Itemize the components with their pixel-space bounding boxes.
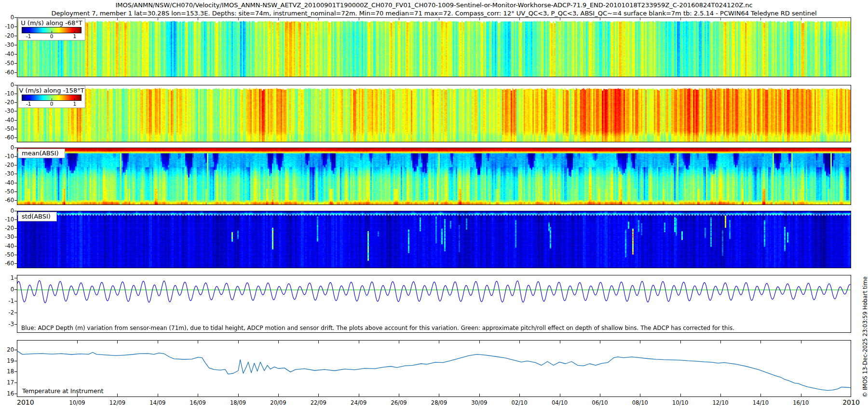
colorbar-tick: -1 xyxy=(26,33,31,39)
v-velocity-heatmap xyxy=(17,85,851,142)
v-colorbar-legend: V (m/s) along -158°T -1 0 1 xyxy=(18,86,85,108)
temperature-lineplot xyxy=(17,341,851,396)
figure-subtitle-deployment: Deployment 7, member 1 lat=30.28S lon=15… xyxy=(0,10,868,17)
colorbar-tick: 1 xyxy=(73,33,76,39)
adcp-multipanel-figure: IMOS/ANMN/NSW/CH070/Velocity/IMOS_ANMN-N… xyxy=(0,0,868,410)
figure-title-filename: IMOS/ANMN/NSW/CH070/Velocity/IMOS_ANMN-N… xyxy=(0,1,868,9)
v-colorbar-ticks: -1 0 1 xyxy=(22,101,81,107)
v-legend-title: V (m/s) along -158°T xyxy=(18,86,85,94)
panel-std-absi: std(ABSI) xyxy=(17,211,851,268)
temperature-label: Temperature at Instrument xyxy=(22,387,103,395)
panel-v-velocity: V (m/s) along -158°T -1 0 1 xyxy=(17,85,851,142)
u-colorbar-legend: U (m/s) along -68°T -1 0 1 xyxy=(18,18,85,41)
u-legend-title: U (m/s) along -68°T xyxy=(18,19,85,27)
panel-temperature: Temperature at Instrument xyxy=(17,340,851,397)
std-absi-label: std(ABSI) xyxy=(18,212,57,221)
mean-absi-heatmap xyxy=(17,148,851,205)
colorbar-tick: 0 xyxy=(50,101,54,107)
panel-depth-variation: Blue: ADCP Depth (m) variation from sens… xyxy=(17,275,851,333)
panel-mean-absi: mean(ABSI) xyxy=(17,148,851,205)
u-colorbar-ticks: -1 0 1 xyxy=(22,33,81,40)
panel-u-velocity: U (m/s) along -68°T -1 0 1 xyxy=(17,17,851,77)
u-velocity-heatmap xyxy=(17,18,851,77)
colorbar-tick: -1 xyxy=(26,101,31,107)
depth-variation-note: Blue: ADCP Depth (m) variation from sens… xyxy=(21,325,734,331)
mean-absi-label: mean(ABSI) xyxy=(18,149,65,158)
depth-variation-lineplot xyxy=(17,275,851,332)
v-colorbar xyxy=(22,95,81,101)
std-absi-heatmap xyxy=(17,211,851,268)
copyright-timestamp-vertical: © IMOS 13-Dec-2025 23:03:59 Hobart time xyxy=(862,21,868,397)
u-colorbar xyxy=(22,27,81,33)
colorbar-tick: 0 xyxy=(50,33,54,39)
colorbar-tick: 1 xyxy=(73,101,76,107)
